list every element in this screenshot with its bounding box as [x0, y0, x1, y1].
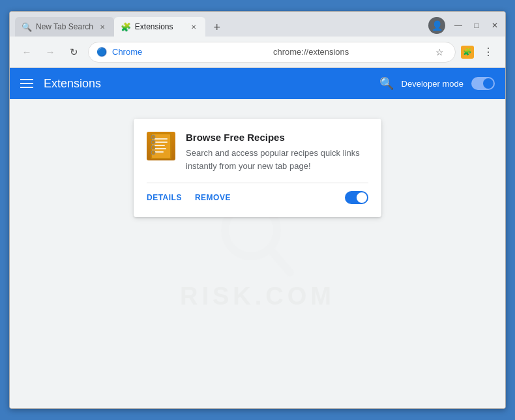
svg-point-9 [151, 135, 155, 139]
svg-rect-6 [154, 145, 165, 146]
profile-icon: 👤 [432, 20, 443, 31]
hamburger-menu-button[interactable] [20, 79, 33, 88]
star-icon: ☆ [435, 47, 444, 57]
extension-icon[interactable]: 🧩 [461, 46, 474, 59]
svg-point-11 [151, 145, 155, 149]
tab1-close-button[interactable]: ✕ [97, 22, 108, 32]
tab2-icon: 🧩 [121, 22, 131, 32]
extension-card-header: Browse Free Recipes Search and access po… [147, 132, 368, 172]
extensions-search-button[interactable]: 🔍 [379, 76, 394, 91]
tabs-area: 🔍 New Tab Search ✕ 🧩 Extensions ✕ + [15, 12, 500, 37]
tab1-title: New Tab Search [36, 22, 93, 31]
hamburger-line3 [20, 87, 33, 88]
url-text: chrome://extensions [273, 47, 426, 57]
url-bar[interactable]: 🔵 Chrome chrome://extensions ☆ [88, 42, 456, 63]
extension-description: Search and access popular recipes quick … [186, 147, 368, 172]
bookmark-button[interactable]: ☆ [432, 44, 447, 60]
address-bar: ← → ↻ 🔵 Chrome chrome://extensions ☆ 🧩 ⋮ [10, 37, 505, 68]
back-button[interactable]: ← [18, 43, 36, 61]
window-controls: 👤 — □ ✕ [428, 17, 500, 34]
svg-rect-5 [154, 142, 168, 143]
svg-point-10 [151, 140, 155, 144]
forward-button[interactable]: → [41, 43, 59, 61]
extensions-header: Extensions 🔍 Developer mode [10, 68, 505, 99]
tab-extensions[interactable]: 🧩 Extensions ✕ [114, 17, 205, 37]
url-actions: ☆ [432, 44, 447, 60]
browser-window: 🔍 New Tab Search ✕ 🧩 Extensions ✕ + 👤 — [9, 11, 506, 409]
extension-card-info: Browse Free Recipes Search and access po… [186, 132, 368, 172]
tab2-title: Extensions [135, 22, 184, 31]
extension-toggle-knob [357, 192, 367, 203]
tab-new-tab-search[interactable]: 🔍 New Tab Search ✕ [15, 17, 114, 37]
extension-card-icon [147, 132, 175, 160]
tab1-icon: 🔍 [22, 22, 32, 32]
svg-rect-7 [154, 148, 166, 149]
toggle-knob [483, 78, 493, 89]
maximize-button[interactable]: □ [471, 20, 482, 31]
details-button[interactable]: DETAILS [147, 193, 182, 202]
hamburger-line2 [20, 83, 33, 84]
watermark-text: RISK.COM [180, 282, 335, 310]
extension-enabled-toggle[interactable] [345, 191, 368, 204]
puzzle-icon: 🧩 [463, 48, 472, 56]
remove-button[interactable]: REMOVE [195, 193, 231, 202]
extension-card: Browse Free Recipes Search and access po… [134, 119, 381, 217]
refresh-icon: ↻ [70, 46, 78, 58]
close-button[interactable]: ✕ [490, 20, 500, 31]
menu-icon: ⋮ [483, 46, 493, 58]
chrome-icon: 🔵 [96, 47, 107, 57]
new-tab-icon: + [214, 21, 221, 35]
svg-line-1 [271, 250, 290, 273]
svg-rect-8 [154, 151, 164, 153]
hamburger-line1 [20, 79, 33, 80]
extension-card-actions: DETAILS REMOVE [147, 183, 368, 204]
developer-mode-label: Developer mode [402, 79, 464, 89]
developer-mode-toggle[interactable] [471, 77, 495, 90]
browser-menu-button[interactable]: ⋮ [479, 43, 497, 61]
title-bar: 🔍 New Tab Search ✕ 🧩 Extensions ✕ + 👤 — [10, 12, 505, 37]
forward-icon: → [46, 46, 55, 57]
site-label: Chrome [112, 47, 265, 57]
maximize-icon: □ [474, 21, 478, 30]
minimize-button[interactable]: — [453, 20, 464, 31]
refresh-button[interactable]: ↻ [65, 43, 83, 61]
svg-point-12 [151, 151, 155, 155]
new-tab-button[interactable]: + [208, 18, 226, 37]
svg-rect-4 [154, 138, 168, 140]
recipe-book-icon [148, 132, 174, 160]
tab2-close-button[interactable]: ✕ [188, 22, 199, 32]
page-content: RISK.COM [10, 99, 505, 408]
back-icon: ← [22, 46, 32, 57]
profile-button[interactable]: 👤 [428, 17, 445, 34]
extensions-header-right: 🔍 Developer mode [379, 76, 495, 91]
extensions-page-title: Extensions [44, 77, 101, 91]
close-icon: ✕ [492, 21, 498, 30]
extension-name: Browse Free Recipes [186, 132, 368, 143]
minimize-icon: — [454, 21, 462, 30]
extensions-header-left: Extensions [20, 77, 101, 91]
